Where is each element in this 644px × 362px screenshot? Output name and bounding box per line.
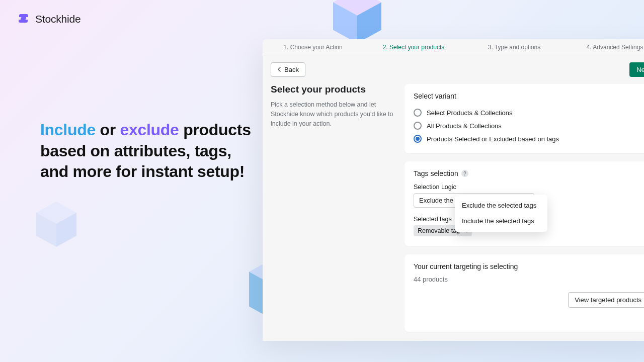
step-3[interactable]: 3. Type and options	[464, 40, 565, 55]
next-button[interactable]: Next	[629, 62, 644, 77]
radio-select-products[interactable]: Select Products & Collections	[414, 106, 644, 119]
card-tags-selection: Tags selection ? Selection Logic Exclude…	[405, 161, 644, 246]
logo-text: Stockhide	[35, 13, 80, 25]
logo: Stockhide	[17, 12, 80, 26]
radio-icon	[414, 122, 422, 130]
page-title: Select your products	[271, 84, 394, 95]
variant-title: Select variant	[414, 92, 644, 100]
app-panel: 1. Choose your Action 2. Select your pro…	[263, 39, 644, 341]
content-intro: Select your products Pick a selection me…	[271, 84, 394, 332]
page-description: Pick a selection method below and let St…	[271, 100, 394, 128]
radio-icon	[414, 135, 422, 143]
headline-include: Include	[40, 121, 96, 139]
radio-all-products[interactable]: All Products & Collections	[414, 119, 644, 132]
card-targeting: Your current targeting is selecting 44 p…	[405, 254, 644, 332]
marketing-headline: Include or exclude products based on att…	[40, 120, 252, 183]
back-button[interactable]: Back	[271, 62, 305, 77]
radio-by-tags[interactable]: Products Selected or Excluded based on t…	[414, 132, 644, 145]
stepper: 1. Choose your Action 2. Select your pro…	[263, 39, 644, 55]
cube-decoration-left	[31, 199, 82, 249]
dropdown-option-exclude[interactable]: Exclude the selected tags	[455, 198, 547, 213]
tags-title: Tags selection ?	[414, 169, 644, 177]
step-1[interactable]: 1. Choose your Action	[263, 40, 363, 55]
chevron-left-icon	[277, 66, 281, 73]
step-4[interactable]: 4. Advanced Settings	[565, 40, 644, 55]
selection-logic-label: Selection Logic	[414, 184, 644, 191]
logo-icon	[17, 12, 31, 26]
view-targeted-button[interactable]: View targeted products	[568, 292, 644, 308]
targeting-title: Your current targeting is selecting	[414, 262, 644, 270]
headline-exclude: exclude	[120, 121, 179, 139]
toolbar: Back Next	[263, 55, 644, 84]
targeting-count: 44 products	[414, 276, 644, 283]
step-2[interactable]: 2. Select your products	[363, 40, 464, 55]
radio-icon	[414, 109, 422, 117]
dropdown-option-include[interactable]: Include the selected tags	[455, 213, 547, 229]
help-icon[interactable]: ?	[461, 170, 468, 177]
selection-logic-dropdown: Exclude the selected tags Include the se…	[455, 195, 547, 232]
card-select-variant: Select variant Select Products & Collect…	[405, 84, 644, 153]
